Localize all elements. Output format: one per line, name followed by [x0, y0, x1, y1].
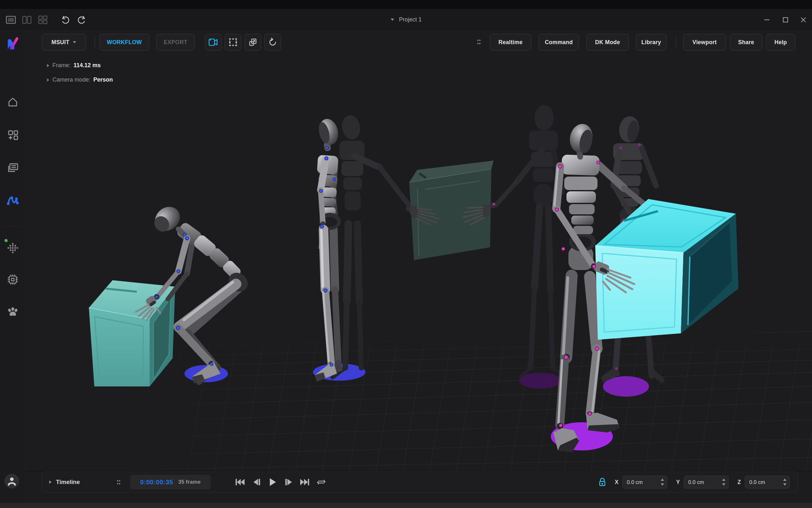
project-title-group[interactable]: Project 1	[358, 9, 454, 30]
home-icon	[6, 96, 19, 109]
app-menu-button[interactable]: MSUIT	[42, 34, 86, 50]
motion-skeleton-icon	[6, 194, 19, 206]
viewport-button[interactable]: Viewport	[683, 34, 726, 50]
dk-mode-button[interactable]: DK Mode	[586, 34, 629, 50]
help-label: Help	[774, 39, 787, 46]
pop-out-button[interactable]	[245, 34, 261, 50]
particles-icon	[6, 241, 19, 255]
grid-fade-top	[122, 333, 812, 362]
sidebar-item-animals[interactable]	[6, 305, 19, 318]
project-title: Project 1	[399, 16, 422, 23]
titlebar: Project 1	[0, 9, 812, 31]
redo-icon[interactable]	[76, 13, 88, 26]
camera-mode-label: Camera mode:	[52, 77, 91, 83]
y-stepper[interactable]	[721, 478, 726, 486]
chevron-down-icon	[390, 18, 394, 21]
play-button[interactable]	[266, 476, 279, 489]
timecode-value[interactable]: 0:00:00:35	[140, 478, 173, 486]
export-label: EXPORT	[164, 39, 187, 46]
toolbar-divider-right	[676, 36, 676, 49]
modules-icon	[6, 129, 19, 141]
y-coordinate-group: Y	[676, 472, 728, 492]
camera-mode-value: Person	[93, 77, 113, 83]
camera-view-button[interactable]	[205, 34, 222, 50]
screen-bottom-strip	[0, 503, 812, 508]
sidebar-item-device[interactable]	[6, 273, 19, 286]
library-label: Library	[641, 39, 661, 46]
camera-mode-row[interactable]: Camera mode: Person	[47, 77, 113, 83]
x-stepper[interactable]	[660, 478, 665, 486]
foot-shadow-purple-faint	[519, 373, 561, 389]
sidebar-divider	[5, 226, 21, 226]
sidebar-item-layers[interactable]	[6, 161, 19, 174]
skip-to-end-button[interactable]	[298, 476, 311, 489]
refresh-icon	[268, 38, 277, 47]
sidebar-item-modules[interactable]	[6, 128, 19, 142]
pop-out-icon	[248, 38, 257, 47]
timecode-chip[interactable]: 0:00:00:35 35 frame	[130, 475, 211, 490]
split-pane-view-icon[interactable]	[20, 13, 33, 26]
caret-right-icon	[47, 78, 50, 82]
frame-count: 35 frame	[178, 479, 200, 485]
command-button[interactable]: Command	[539, 34, 579, 50]
export-button[interactable]: EXPORT	[156, 34, 195, 50]
loop-toggle-button[interactable]	[315, 476, 328, 489]
quad-pane-view-icon[interactable]	[37, 13, 49, 26]
workflow-button[interactable]: WORKFLOW	[99, 34, 149, 50]
sidebar	[0, 30, 26, 503]
coords-lock-icon[interactable]	[599, 478, 606, 486]
paw-icon	[6, 305, 19, 318]
z-stepper[interactable]	[782, 478, 787, 486]
y-label: Y	[676, 479, 680, 485]
frame-label: Frame:	[52, 62, 70, 69]
undo-icon[interactable]	[59, 13, 71, 26]
close-button[interactable]	[797, 13, 810, 27]
workflow-label: WORKFLOW	[107, 39, 142, 46]
viewport-scene[interactable]	[0, 0, 812, 508]
frame-info-row[interactable]: Frame: 114.12 ms	[47, 62, 101, 69]
library-button[interactable]: Library	[636, 34, 667, 50]
maximize-button[interactable]	[779, 13, 792, 27]
sidebar-item-home[interactable]	[6, 95, 19, 109]
dk-mode-label: DK Mode	[595, 39, 620, 46]
skip-to-start-button[interactable]	[234, 476, 246, 489]
camera-icon	[208, 38, 218, 46]
share-label: Share	[738, 39, 754, 46]
step-forward-button[interactable]	[282, 476, 295, 489]
toolbar-drag-handle[interactable]	[476, 38, 481, 46]
sidebar-item-motion[interactable]	[6, 193, 19, 207]
realtime-label: Realtime	[498, 39, 522, 46]
single-pane-view-icon[interactable]	[4, 13, 17, 26]
crate-teal[interactable]	[89, 280, 175, 386]
screen-top-strip	[0, 0, 812, 9]
chip-icon	[6, 273, 19, 286]
sidebar-item-particles[interactable]	[6, 241, 19, 255]
transform-select-button[interactable]	[225, 34, 241, 50]
refresh-button[interactable]	[265, 34, 281, 50]
help-button[interactable]: Help	[766, 34, 795, 50]
transform-select-icon	[229, 38, 238, 47]
toolbar-divider	[95, 36, 95, 49]
person-icon	[8, 477, 16, 485]
timeline-title: Timeline	[56, 472, 80, 492]
user-avatar[interactable]	[4, 474, 19, 489]
z-coordinate-group: Z	[737, 472, 790, 492]
app-logo[interactable]	[5, 36, 20, 51]
app-menu-label: MSUIT	[51, 39, 69, 46]
z-label: Z	[737, 479, 741, 485]
app-window: { "window": { "title": "Project 1", "con…	[0, 0, 812, 508]
chevron-down-icon	[73, 41, 77, 43]
step-back-button[interactable]	[250, 476, 263, 489]
command-label: Command	[545, 39, 573, 46]
caret-right-icon	[47, 64, 50, 68]
x-coordinate-group: X	[615, 472, 667, 492]
layers-icon	[6, 161, 19, 174]
timeline-panel: Timeline 0:00:00:35 35 frame X	[42, 471, 798, 493]
share-button[interactable]: Share	[730, 34, 762, 50]
timeline-drag-handle[interactable]	[116, 478, 121, 486]
realtime-button[interactable]: Realtime	[490, 34, 531, 50]
minimize-button[interactable]	[760, 13, 774, 27]
viewport-label: Viewport	[692, 39, 717, 46]
timeline-expand-caret[interactable]	[49, 480, 52, 484]
x-label: X	[615, 479, 619, 485]
